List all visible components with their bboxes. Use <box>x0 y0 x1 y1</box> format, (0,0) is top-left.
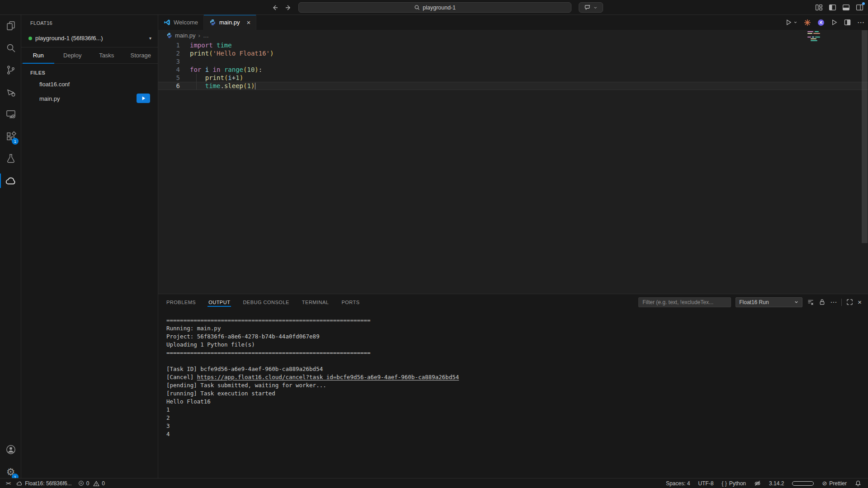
code-line[interactable]: 4for i in range(10): <box>158 66 868 74</box>
extensions-icon[interactable]: 1 <box>0 126 21 147</box>
python-file-icon <box>209 19 216 26</box>
cloud-icon <box>16 480 23 487</box>
toggle-primary-sidebar-icon[interactable] <box>829 4 836 11</box>
code-line[interactable]: 5 print(i+1) <box>158 74 868 82</box>
cancel-task-link[interactable]: https://app.float16.cloud/cancel?task_id… <box>197 374 459 380</box>
code-line[interactable]: 1import time <box>158 41 868 49</box>
command-center-search[interactable]: playground-1 <box>298 2 571 13</box>
notifications-bell-icon[interactable] <box>852 479 864 488</box>
output-channel-value: Float16 Run <box>739 299 769 305</box>
more-actions-icon[interactable]: ⋯ <box>830 298 837 306</box>
encoding-status[interactable]: UTF-8 <box>695 479 717 488</box>
indentation-status[interactable]: Spaces: 4 <box>663 479 693 488</box>
language-status[interactable]: { } Python <box>718 479 749 488</box>
python-version-status[interactable]: 3.14.2 <box>766 479 787 488</box>
output-channel-select[interactable]: Float16 Run <box>736 297 802 307</box>
lock-icon[interactable] <box>819 299 826 305</box>
chevron-down-icon <box>593 5 598 10</box>
editor-tab-mainpy[interactable]: main.py × <box>204 15 256 30</box>
testing-icon[interactable] <box>0 148 21 169</box>
maximize-panel-icon[interactable] <box>846 299 853 305</box>
run-debug-icon[interactable] <box>0 81 21 103</box>
file-item-mainpy[interactable]: main.py <box>21 93 158 104</box>
output-line: Uploading 1 Python file(s) <box>166 341 459 349</box>
output-line: ========================================… <box>166 349 459 357</box>
source-control-icon[interactable] <box>0 59 21 81</box>
editor-tab-welcome[interactable]: Welcome <box>158 15 204 30</box>
remote-explorer-icon[interactable] <box>0 103 21 125</box>
output-line: [running] Task execution started <box>166 389 459 398</box>
toggle-panel-icon[interactable] <box>842 4 850 11</box>
explorer-icon[interactable] <box>0 15 21 37</box>
nav-forward-icon[interactable] <box>285 4 292 11</box>
chevron-down-icon[interactable]: ▾ <box>149 36 151 41</box>
extension-action-icon-orange[interactable] <box>804 19 811 26</box>
close-panel-icon[interactable]: × <box>858 298 862 306</box>
split-editor-icon[interactable] <box>844 19 851 26</box>
clear-output-icon[interactable] <box>807 299 814 306</box>
tab-run[interactable]: Run <box>21 47 56 63</box>
tab-label: main.py <box>219 19 240 26</box>
more-actions-icon[interactable]: ⋯ <box>857 18 864 27</box>
copilot-status-icon[interactable] <box>751 479 764 488</box>
breadcrumb-tail[interactable]: … <box>203 32 209 39</box>
code-line[interactable]: 3 <box>158 57 868 66</box>
breadcrumb-separator: › <box>198 32 200 39</box>
output-line: Running: main.py <box>166 324 459 333</box>
progress-pill <box>789 479 817 488</box>
braces-icon: { } <box>722 480 726 487</box>
sidebar-tab-strip: Run Deploy Tasks Storage <box>21 47 158 64</box>
tab-problems[interactable]: PROBLEMS <box>166 296 196 309</box>
output-line <box>166 357 459 365</box>
project-label: playground-1 (56f836f6...) <box>35 35 149 42</box>
customize-layout-icon[interactable] <box>815 4 823 11</box>
editor-tab-bar: Welcome main.py × <box>158 15 868 30</box>
editor-scrollbar[interactable] <box>862 30 868 243</box>
tab-tasks[interactable]: Tasks <box>90 47 124 63</box>
chevron-down-icon <box>794 300 799 305</box>
project-selector[interactable]: playground-1 (56f836f6...) ▾ <box>21 29 158 47</box>
file-item-float16conf[interactable]: float16.conf <box>21 78 158 90</box>
output-line: 1 <box>166 406 459 414</box>
output-line: [Task ID] bcfe9d56-a6e9-4aef-960b-ca889a… <box>166 365 459 373</box>
search-sidebar-icon[interactable] <box>0 37 21 59</box>
output-line: 2 <box>166 414 459 422</box>
tab-ports[interactable]: PORTS <box>341 296 359 309</box>
copilot-chat-button[interactable] <box>579 2 603 13</box>
extension-action-icon-purple[interactable] <box>817 19 825 26</box>
nav-back-icon[interactable] <box>271 4 278 11</box>
close-icon[interactable]: × <box>246 19 250 26</box>
minimap[interactable] <box>807 31 862 58</box>
output-line: Project: 56f836f6-a8e6-4278-b74b-44a0fd0… <box>166 333 459 341</box>
output-filter-input[interactable] <box>638 297 731 307</box>
file-name: main.py <box>39 95 60 102</box>
prettier-status[interactable]: ⊘ Prettier <box>819 479 850 488</box>
tab-deploy[interactable]: Deploy <box>56 47 90 63</box>
output-line: 4 <box>166 430 459 438</box>
code-line[interactable]: 2print('Hello Float16') <box>158 49 868 57</box>
tab-output[interactable]: OUTPUT <box>208 296 230 309</box>
output-line: Hello Float16 <box>166 398 459 406</box>
run-button[interactable] <box>831 19 838 26</box>
output-line: [Cancel] https://app.float16.cloud/cance… <box>166 373 459 381</box>
tab-terminal[interactable]: TERMINAL <box>302 296 329 309</box>
remote-indicator[interactable]: >< <box>3 479 13 488</box>
output-line: [pending] Task submitted, waiting for wo… <box>166 381 459 389</box>
search-icon <box>414 5 420 10</box>
problems-status-item[interactable]: 0 0 <box>75 479 108 488</box>
breadcrumb-file[interactable]: main.py <box>175 32 196 39</box>
code-lines[interactable]: 1import time2print('Hello Float16')34for… <box>158 41 868 294</box>
tab-storage[interactable]: Storage <box>124 47 158 63</box>
run-file-button[interactable] <box>137 94 150 103</box>
accounts-icon[interactable] <box>0 439 21 460</box>
activity-bar: 1 ⚙ 1 <box>0 15 21 478</box>
float16-status-item[interactable]: Float16: 56f836f6... <box>13 479 75 488</box>
run-python-file-button[interactable] <box>785 19 797 26</box>
code-line[interactable]: 6 time.sleep(1) <box>158 82 868 90</box>
float16-cloud-icon[interactable] <box>0 170 21 192</box>
output-log[interactable]: ========================================… <box>166 316 459 438</box>
breadcrumb[interactable]: main.py › … <box>158 30 868 41</box>
error-icon <box>78 480 84 486</box>
tab-debug-console[interactable]: DEBUG CONSOLE <box>243 296 289 309</box>
toggle-secondary-sidebar-icon[interactable] <box>856 4 863 11</box>
